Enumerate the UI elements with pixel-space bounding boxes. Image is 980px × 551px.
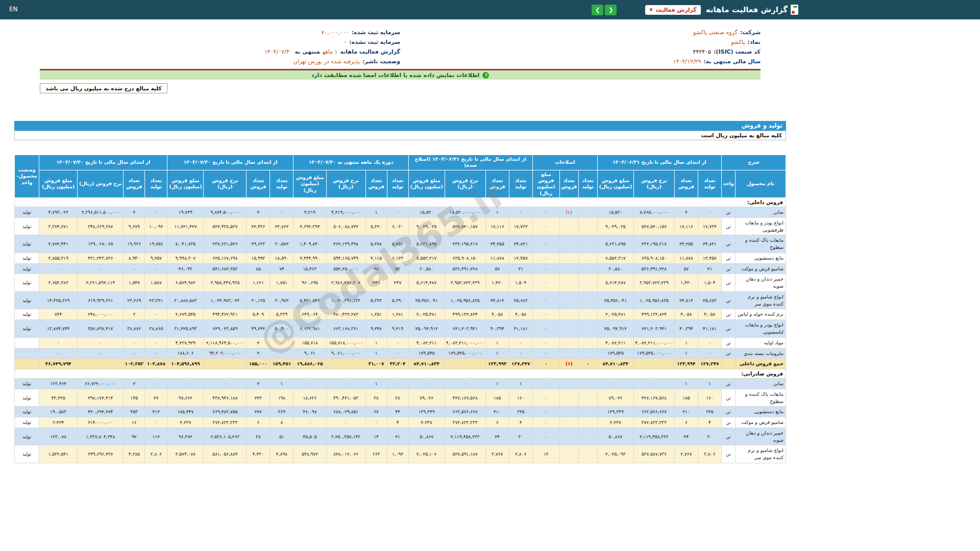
table-cell: ۱۲۷,۲۴۷ [509,359,532,369]
table-cell: ۴,۷۹۳,۰۲۳ [39,207,78,218]
unit-cell: تن [721,337,735,348]
table-cell: ۳,۸۰۶ [145,445,167,463]
table-cell: ۰ [532,337,559,348]
table-cell: ۰ [78,263,124,274]
section-row: فروش صادراتی: [15,369,786,379]
table-cell: ۶۲۱,۲۰۳,۹۴۱ [633,320,674,338]
column-group-header: دوره یک ماهه منتهی به ۱۴۰۴/۰۷/۳۰ [293,155,408,170]
table-cell: ۰ [578,359,597,369]
table-cell [578,217,597,235]
info-link-value[interactable]: گروه صنعتی پاکشو [693,29,738,36]
table-cell: ۱,۴۲۰ [485,274,509,292]
info-value: ۷۰,۰۰۰,۰۰۰ [321,29,349,36]
table-cell: ۱,۳۳۷,۸۰۴,۳۴۸ [78,428,124,445]
table-cell: ۲۴۱ [365,274,387,292]
table-cell: ۱۹,۹۳۶ [124,235,145,253]
column-header: تعداد فروش [674,170,698,197]
unit-cell: تن [721,379,735,389]
prev-period-button[interactable]: ❯ [592,5,603,15]
product-name-cell: سایر. [735,379,786,389]
table-cell: ۲۱۰ [485,407,509,417]
table-cell [578,320,597,338]
table-cell: ۱۷,۷۳۲ [509,217,532,235]
table-cell: ۱ [365,379,387,389]
info-value: پذیرفته شده در بورس تهران [293,58,360,65]
table-cell: ۱۲,۴۵۷ [509,253,532,263]
report-type-dropdown[interactable]: گزارش فعالیت ▼ [645,5,700,15]
table-cell: ۴۹,۶۴۲ [247,320,270,338]
section-title-cell: فروش داخلی: [15,198,786,207]
table-cell: ۳,۹۵۳,۷۲۳,۲۳۹ [633,274,674,292]
table-cell: ۱۵۵,۰۰۰ [247,359,270,369]
table-cell: ۰ [39,337,78,348]
status-cell: تولید [15,207,39,218]
table-row: مواد اولیهتن۰۱۴,۰۸۲,۲۱۱,۰۰۰,۰۰۰۴,۰۸۲,۲۱۱… [15,337,786,348]
table-cell: ۴,۰۸۲,۲۱۱,۰۰۰,۰۰۰ [445,337,485,348]
table-cell: ۰ [532,348,559,359]
table-cell: ۵۰,۴۰۰ [270,320,293,338]
table-cell: ۳۷۲,۸۳۳,۳۳۳ [204,417,247,428]
table-cell: ۳۴۸,۶۶۹,۳۸۷ [78,217,124,235]
table-cell: ۳,۹۸۶,۲۸۶,۳۰۷ [326,274,365,292]
table-cell [578,417,597,428]
unit-cell: تن [721,274,735,292]
status-cell: تولید [15,217,39,235]
table-cell: ۳,۸۵۵,۳۱۹ [39,253,78,263]
table-cell: ۲,۱۱۹,۴۵۸,۳۳۳ [633,428,674,445]
table-cell: ۱۹۸ [270,389,293,407]
table-cell: ۱ [674,379,698,389]
table-cell: ۹۶۰,۶۹۵ [293,274,326,292]
table-cell: ۵۷ [485,263,509,274]
table-cell: ۹۷,۶۶۲ [167,389,204,407]
page: گزارش فعالیت ماهانه گزارش فعالیت ▼ ❮ ❯ E… [0,0,980,551]
table-cell: ۵,۶۳۱,۸۹۵ [597,235,633,253]
product-name-cell: مایعات پاک کننده و سطوح [735,235,786,253]
table-cell: ۶,۱۳۳ [387,253,408,263]
table-cell: ۲ [247,379,270,389]
product-name-cell: انواع شامپو و نرم کننده موی سر [735,445,786,463]
next-period-button[interactable]: ❮ [605,5,617,15]
column-header: مبلغ فروش (میلیون ریال) [408,170,445,197]
table-cell: ۳۵۶,۸۹۷,۴۱۷ [78,320,124,338]
table-cell: ۰ [509,348,532,359]
table-cell: ۳,۸۰۶ [509,445,532,463]
table-cell: ۴۹۹,۱۳۲,۸۲۴ [633,309,674,320]
signed-info-banner: i اطلاعات نمایش داده شده با اطلاعات امضا… [40,70,761,80]
table-cell: ۰ [326,379,365,389]
status-cell: تولید [15,379,39,389]
table-cell: ۴۶,۰۴۳ [167,263,204,274]
language-toggle[interactable]: EN [9,6,18,13]
table-cell: ۲۴,۸۱۲ [674,291,698,309]
table-cell: ۰ [124,348,145,359]
info-label: وضعیت ناشر: [362,58,400,65]
table-cell: ۳۰,۵۸۰ [597,263,633,274]
table-cell: ۱۸۸,۶۰۶ [167,348,204,359]
table-cell: ۲۵,۴۵۶,۰۴۱ [408,291,445,309]
table-cell: ۲,۳۶۱,۵۹۲,۱۱۴ [78,274,124,292]
table-cell: ۰ [124,263,145,274]
table-cell: ۲۳,۷۶۲ [270,217,293,235]
table-cell: ۲,۶۹۲,۳۹۲ [293,217,326,235]
table-cell: ۱۳,۸۷۴,۷۴۴ [39,320,78,338]
chevron-left-icon: ❮ [608,7,613,13]
column-group-header: از ابتدای سال مالی تا تاریخ ۱۴۰۴/۰۶/۳۱ (… [408,155,532,170]
info-link-value[interactable]: پاکشو [731,39,745,45]
unit-cell: تن [721,320,735,338]
table-cell: ۵۵۲,۲۵۰,۰۰۰ [326,263,365,274]
info-icon: i [482,72,489,79]
product-name-cell: شامپو فرش و موکت [735,417,786,428]
table-cell: ۴۱,۱۸۱ [509,320,532,338]
table-cell: ۱,۰۲۰,۳۹۱,۱۳۳ [326,291,365,309]
table-cell: ۱۷,۱۱۶ [485,217,509,235]
table-cell: ۶۶۳,۵۶۶,۶۶۷ [633,407,674,417]
table-cell: ۶۱۹,۹۳۹,۳۶۱ [78,291,124,309]
table-cell: ۳۶۹ [270,407,293,417]
table-cell: ۳۰,۵۸۰ [408,263,445,274]
table-cell: ۲۳,۲۶۹ [124,291,145,309]
table-cell: ۲ [247,337,270,348]
table-cell: ۶۸۸,۰۲۹,۸۵۱ [326,407,365,417]
column-header: تعداد تولید [578,170,597,197]
info-label: سرمایه ثبت شده: [352,29,400,36]
table-row: خمیر دندان و دهان شویهتن۳۰۲۴۲,۱۱۹,۴۵۸,۳۳… [15,428,786,445]
table-cell: ۵,۶۱۴,۲۸۷ [597,274,633,292]
